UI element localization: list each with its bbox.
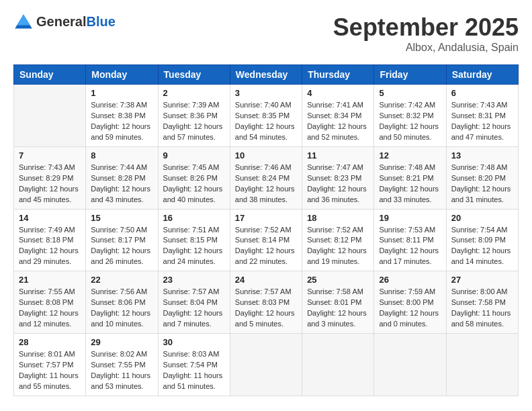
day-info: Sunrise: 7:52 AM Sunset: 8:14 PM Dayligh… — [235, 225, 297, 268]
calendar-cell: 8Sunrise: 7:44 AM Sunset: 8:28 PM Daylig… — [86, 146, 158, 209]
calendar-cell: 16Sunrise: 7:51 AM Sunset: 8:15 PM Dayli… — [158, 209, 230, 271]
day-number: 27 — [451, 275, 513, 285]
calendar-header-row: SundayMondayTuesdayWednesdayThursdayFrid… — [14, 65, 519, 85]
logo-blue: Blue — [86, 14, 115, 29]
calendar-cell: 23Sunrise: 7:57 AM Sunset: 8:04 PM Dayli… — [158, 271, 230, 334]
logo-icon — [13, 13, 34, 30]
calendar-cell: 26Sunrise: 7:59 AM Sunset: 8:00 PM Dayli… — [374, 271, 446, 334]
day-info: Sunrise: 7:49 AM Sunset: 8:18 PM Dayligh… — [19, 225, 81, 268]
day-info: Sunrise: 7:42 AM Sunset: 8:32 PM Dayligh… — [379, 100, 441, 143]
calendar-cell — [446, 334, 518, 396]
day-info: Sunrise: 7:38 AM Sunset: 8:38 PM Dayligh… — [91, 100, 152, 143]
logo-general: General — [36, 14, 86, 29]
day-header-friday: Friday — [374, 65, 446, 85]
calendar-cell — [14, 85, 86, 147]
day-number: 16 — [163, 213, 225, 223]
day-number: 29 — [91, 337, 152, 347]
calendar-cell: 5Sunrise: 7:42 AM Sunset: 8:32 PM Daylig… — [374, 85, 446, 147]
day-info: Sunrise: 7:52 AM Sunset: 8:12 PM Dayligh… — [307, 225, 369, 268]
day-info: Sunrise: 7:59 AM Sunset: 8:00 PM Dayligh… — [379, 287, 441, 330]
title-area: September 2025 Albox, Andalusia, Spain — [333, 13, 519, 54]
calendar-cell: 6Sunrise: 7:43 AM Sunset: 8:31 PM Daylig… — [446, 85, 518, 147]
calendar-cell: 11Sunrise: 7:47 AM Sunset: 8:23 PM Dayli… — [302, 146, 374, 209]
day-info: Sunrise: 7:39 AM Sunset: 8:36 PM Dayligh… — [163, 100, 225, 143]
calendar-cell: 13Sunrise: 7:48 AM Sunset: 8:20 PM Dayli… — [446, 146, 518, 209]
calendar-cell: 20Sunrise: 7:54 AM Sunset: 8:09 PM Dayli… — [446, 209, 518, 271]
day-number: 11 — [307, 150, 369, 161]
calendar-week-row: 21Sunrise: 7:55 AM Sunset: 8:08 PM Dayli… — [14, 271, 519, 334]
calendar-cell: 24Sunrise: 7:57 AM Sunset: 8:03 PM Dayli… — [230, 271, 302, 334]
location: Albox, Andalusia, Spain — [333, 42, 519, 54]
day-number: 14 — [19, 213, 81, 223]
day-info: Sunrise: 7:43 AM Sunset: 8:31 PM Dayligh… — [451, 100, 513, 143]
day-info: Sunrise: 8:01 AM Sunset: 7:57 PM Dayligh… — [19, 349, 81, 392]
calendar-cell: 17Sunrise: 7:52 AM Sunset: 8:14 PM Dayli… — [230, 209, 302, 271]
day-info: Sunrise: 7:55 AM Sunset: 8:08 PM Dayligh… — [19, 287, 81, 330]
day-number: 13 — [451, 150, 513, 161]
day-info: Sunrise: 7:53 AM Sunset: 8:11 PM Dayligh… — [379, 225, 441, 268]
day-number: 26 — [379, 275, 441, 285]
calendar-cell: 2Sunrise: 7:39 AM Sunset: 8:36 PM Daylig… — [158, 85, 230, 147]
day-number: 22 — [91, 275, 152, 285]
day-number: 8 — [91, 150, 152, 161]
day-info: Sunrise: 7:43 AM Sunset: 8:29 PM Dayligh… — [19, 163, 81, 205]
day-number: 21 — [19, 275, 81, 285]
calendar-cell — [374, 334, 446, 396]
day-info: Sunrise: 7:48 AM Sunset: 8:20 PM Dayligh… — [451, 163, 513, 205]
day-number: 24 — [235, 275, 297, 285]
calendar-cell: 4Sunrise: 7:41 AM Sunset: 8:34 PM Daylig… — [302, 85, 374, 147]
calendar-cell: 12Sunrise: 7:48 AM Sunset: 8:21 PM Dayli… — [374, 146, 446, 209]
calendar-cell: 25Sunrise: 7:58 AM Sunset: 8:01 PM Dayli… — [302, 271, 374, 334]
calendar-cell: 27Sunrise: 8:00 AM Sunset: 7:58 PM Dayli… — [446, 271, 518, 334]
day-info: Sunrise: 7:57 AM Sunset: 8:04 PM Dayligh… — [163, 287, 225, 330]
day-info: Sunrise: 7:48 AM Sunset: 8:21 PM Dayligh… — [379, 163, 441, 205]
calendar-cell — [302, 334, 374, 396]
day-number: 17 — [235, 213, 297, 223]
logo: GeneralBlue — [13, 13, 116, 30]
day-number: 18 — [307, 213, 369, 223]
calendar-cell: 18Sunrise: 7:52 AM Sunset: 8:12 PM Dayli… — [302, 209, 374, 271]
day-number: 15 — [91, 213, 152, 223]
day-number: 28 — [19, 337, 81, 347]
calendar-week-row: 28Sunrise: 8:01 AM Sunset: 7:57 PM Dayli… — [14, 334, 519, 396]
day-number: 19 — [379, 213, 441, 223]
day-info: Sunrise: 8:00 AM Sunset: 7:58 PM Dayligh… — [451, 287, 513, 330]
day-info: Sunrise: 7:58 AM Sunset: 8:01 PM Dayligh… — [307, 287, 369, 330]
day-number: 1 — [91, 88, 152, 98]
day-number: 10 — [235, 150, 297, 161]
day-info: Sunrise: 7:51 AM Sunset: 8:15 PM Dayligh… — [163, 225, 225, 268]
day-number: 4 — [307, 88, 369, 98]
calendar-cell: 22Sunrise: 7:56 AM Sunset: 8:06 PM Dayli… — [86, 271, 158, 334]
calendar-cell: 21Sunrise: 7:55 AM Sunset: 8:08 PM Dayli… — [14, 271, 86, 334]
day-info: Sunrise: 7:57 AM Sunset: 8:03 PM Dayligh… — [235, 287, 297, 330]
calendar-week-row: 1Sunrise: 7:38 AM Sunset: 8:38 PM Daylig… — [14, 85, 519, 147]
day-info: Sunrise: 7:45 AM Sunset: 8:26 PM Dayligh… — [163, 163, 225, 205]
day-number: 9 — [163, 150, 225, 161]
calendar-cell: 9Sunrise: 7:45 AM Sunset: 8:26 PM Daylig… — [158, 146, 230, 209]
day-info: Sunrise: 7:47 AM Sunset: 8:23 PM Dayligh… — [307, 163, 369, 205]
calendar-cell: 1Sunrise: 7:38 AM Sunset: 8:38 PM Daylig… — [86, 85, 158, 147]
calendar-cell: 15Sunrise: 7:50 AM Sunset: 8:17 PM Dayli… — [86, 209, 158, 271]
month-title: September 2025 — [333, 13, 519, 42]
day-info: Sunrise: 8:02 AM Sunset: 7:55 PM Dayligh… — [91, 349, 152, 392]
day-number: 30 — [163, 337, 225, 347]
svg-marker-1 — [17, 15, 30, 26]
day-number: 12 — [379, 150, 441, 161]
calendar-cell: 10Sunrise: 7:46 AM Sunset: 8:24 PM Dayli… — [230, 146, 302, 209]
calendar-table: SundayMondayTuesdayWednesdayThursdayFrid… — [13, 64, 519, 396]
page-header: GeneralBlue September 2025 Albox, Andalu… — [13, 13, 519, 54]
day-number: 5 — [379, 88, 441, 98]
day-header-saturday: Saturday — [446, 65, 518, 85]
day-info: Sunrise: 7:50 AM Sunset: 8:17 PM Dayligh… — [91, 225, 152, 268]
calendar-cell: 30Sunrise: 8:03 AM Sunset: 7:54 PM Dayli… — [158, 334, 230, 396]
day-number: 2 — [163, 88, 225, 98]
calendar-cell — [230, 334, 302, 396]
calendar-cell: 3Sunrise: 7:40 AM Sunset: 8:35 PM Daylig… — [230, 85, 302, 147]
calendar-cell: 19Sunrise: 7:53 AM Sunset: 8:11 PM Dayli… — [374, 209, 446, 271]
day-info: Sunrise: 7:41 AM Sunset: 8:34 PM Dayligh… — [307, 100, 369, 143]
calendar-cell: 28Sunrise: 8:01 AM Sunset: 7:57 PM Dayli… — [14, 334, 86, 396]
day-info: Sunrise: 8:03 AM Sunset: 7:54 PM Dayligh… — [163, 349, 225, 392]
day-number: 3 — [235, 88, 297, 98]
calendar-week-row: 14Sunrise: 7:49 AM Sunset: 8:18 PM Dayli… — [14, 209, 519, 271]
day-info: Sunrise: 7:56 AM Sunset: 8:06 PM Dayligh… — [91, 287, 152, 330]
